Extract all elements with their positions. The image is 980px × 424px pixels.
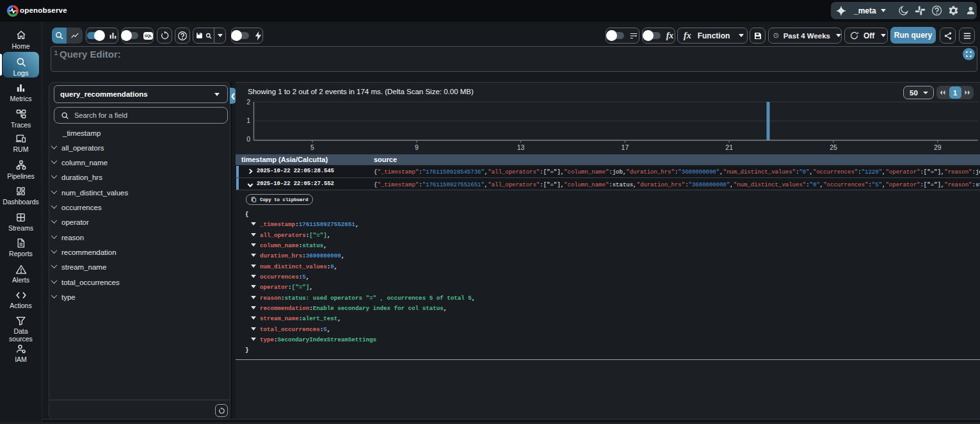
svg-text:17: 17 [622, 143, 629, 151]
svg-text:2: 2 [246, 98, 250, 106]
svg-text:9: 9 [415, 143, 419, 151]
svg-text:5: 5 [310, 143, 314, 151]
svg-text:25: 25 [830, 143, 837, 151]
svg-text:0: 0 [246, 135, 250, 143]
svg-text:29: 29 [934, 143, 942, 151]
svg-text:1: 1 [246, 117, 250, 124]
svg-text:21: 21 [725, 143, 733, 151]
svg-text:13: 13 [517, 143, 525, 151]
